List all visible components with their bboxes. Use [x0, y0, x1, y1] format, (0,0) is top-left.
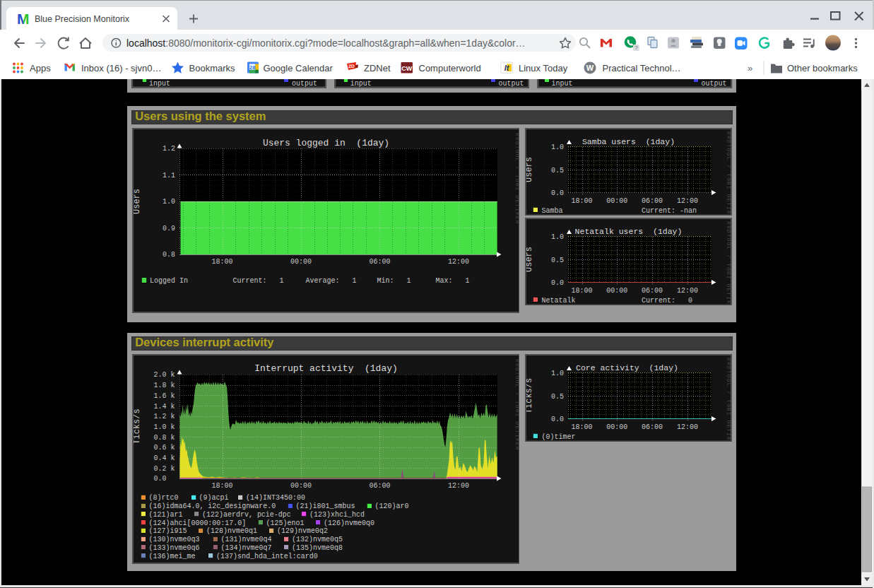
svg-text:Ticks/s: Ticks/s	[526, 378, 534, 413]
svg-text:Practical Technol…: Practical Technol…	[603, 63, 681, 74]
svg-text:Users: Users	[526, 157, 534, 182]
svg-text:RRDTOOL / TOBI OETIKER: RRDTOOL / TOBI OETIKER	[514, 359, 519, 451]
svg-text:(129)nvme0q2: (129)nvme0q2	[277, 527, 328, 535]
svg-text:12:00: 12:00	[448, 258, 469, 266]
svg-text:18:00: 18:00	[572, 197, 593, 205]
svg-text:(121)ar1: (121)ar1	[148, 511, 182, 519]
svg-text:RRDTOOL / TOBI OETIKER: RRDTOOL / TOBI OETIKER	[726, 358, 731, 441]
svg-text:Min: 1: Min: 1	[377, 277, 411, 285]
svg-text:(9)acpi: (9)acpi	[199, 494, 228, 502]
svg-text:(135)nvme0q8: (135)nvme0q8	[292, 544, 343, 552]
svg-text:00:00: 00:00	[290, 258, 312, 266]
svg-text:Other bookmarks: Other bookmarks	[787, 63, 858, 74]
svg-text:Users: Users	[134, 189, 143, 214]
svg-text:»: »	[748, 63, 752, 74]
svg-text:input: input	[149, 80, 170, 88]
svg-text:(133)nvme0q6: (133)nvme0q6	[148, 544, 199, 552]
svg-text:0.2 k: 0.2 k	[153, 465, 175, 473]
svg-text:CW: CW	[401, 65, 412, 72]
svg-text:00:00: 00:00	[606, 423, 627, 431]
svg-text:1.8 k: 1.8 k	[153, 382, 175, 389]
svg-text:RRDTOOL / TOBI OETIKER: RRDTOOL / TOBI OETIKER	[514, 133, 519, 225]
svg-text:06:00: 06:00	[642, 287, 663, 295]
svg-text:06:00: 06:00	[642, 197, 663, 205]
svg-text:Inbox (16) - sjvn0…: Inbox (16) - sjvn0…	[81, 63, 161, 74]
svg-text:0.5: 0.5	[551, 167, 564, 175]
svg-text:(122)aerdrv, pcie-dpc: (122)aerdrv, pcie-dpc	[202, 511, 291, 519]
svg-text:0.0: 0.0	[153, 475, 166, 483]
svg-text:1.0: 1.0	[551, 233, 564, 241]
svg-text:(134)nvme0q7: (134)nvme0q7	[220, 544, 271, 552]
svg-text:12:00: 12:00	[677, 423, 698, 431]
svg-text:localhost:8080/monitorix-cgi/m: localhost:8080/monitorix-cgi/monitorix.c…	[126, 37, 526, 49]
svg-text:(132)nvme0q5: (132)nvme0q5	[292, 536, 343, 543]
svg-text:Netatalk users (1day): Netatalk users (1day)	[575, 227, 683, 236]
svg-text:1.0: 1.0	[551, 143, 564, 151]
svg-text:M: M	[17, 11, 30, 27]
svg-text:0.8 k: 0.8 k	[153, 434, 175, 442]
svg-text:(136)mei_me: (136)mei_me	[148, 553, 195, 560]
svg-text:Computerworld: Computerworld	[419, 63, 481, 74]
svg-text:0.0: 0.0	[551, 189, 564, 197]
svg-text:Interrupt activity (1day): Interrupt activity (1day)	[254, 363, 398, 374]
svg-text:1.0 k: 1.0 k	[153, 423, 175, 431]
svg-text:Blue Precision Monitorix: Blue Precision Monitorix	[35, 14, 130, 24]
svg-text:Samba users (1day): Samba users (1day)	[582, 137, 675, 146]
svg-text:(128)nvme0q1: (128)nvme0q1	[206, 527, 257, 535]
svg-text:0.5: 0.5	[551, 257, 564, 264]
svg-text:(14)INT3450:00: (14)INT3450:00	[246, 494, 305, 502]
svg-text:0.6 k: 0.6 k	[153, 444, 175, 452]
svg-text:12:00: 12:00	[677, 287, 698, 295]
svg-text:output: output	[499, 80, 524, 88]
svg-text:Current: 0: Current: 0	[642, 297, 692, 305]
svg-text:0.0: 0.0	[551, 416, 564, 423]
svg-text:06:00: 06:00	[369, 482, 390, 490]
svg-text:06:00: 06:00	[642, 423, 663, 431]
svg-text:(0)timer: (0)timer	[542, 433, 576, 441]
svg-text:0.9: 0.9	[163, 225, 175, 233]
svg-text:Max: 1: Max: 1	[435, 277, 469, 285]
svg-text:Average: 1: Average: 1	[305, 277, 356, 285]
svg-text:1.2 k: 1.2 k	[153, 413, 175, 421]
svg-text:00:00: 00:00	[606, 287, 627, 295]
svg-text:Ticks/s: Ticks/s	[134, 408, 143, 444]
svg-text:Current: -nan: Current: -nan	[642, 207, 697, 215]
svg-text:Bookmarks: Bookmarks	[189, 63, 236, 74]
svg-text:(21)i801_smbus: (21)i801_smbus	[295, 502, 355, 510]
svg-text:Linux Today: Linux Today	[519, 63, 568, 74]
svg-text:(126)nvme0q0: (126)nvme0q0	[324, 519, 374, 527]
svg-text:Users logged in (1day): Users logged in (1day)	[262, 138, 389, 148]
svg-text:Netatalk: Netatalk	[542, 297, 576, 305]
svg-text:Apps: Apps	[30, 63, 51, 74]
svg-text:ZDNet: ZDNet	[364, 63, 391, 74]
svg-text:Logged In: Logged In	[150, 277, 188, 285]
svg-text:Current: 1: Current: 1	[232, 277, 283, 285]
svg-text:Samba: Samba	[542, 207, 563, 215]
svg-text:RRDTOOL / TOBI OETIKER: RRDTOOL / TOBI OETIKER	[726, 221, 731, 305]
svg-text:W: W	[586, 64, 594, 72]
svg-text:12:00: 12:00	[448, 482, 469, 490]
svg-text:input: input	[350, 80, 372, 88]
svg-text:1.0: 1.0	[163, 198, 175, 206]
svg-text:output: output	[702, 80, 727, 88]
svg-text:18:00: 18:00	[572, 423, 593, 431]
svg-text:0.4 k: 0.4 k	[153, 454, 175, 462]
svg-text:(123)xhci_hcd: (123)xhci_hcd	[309, 511, 365, 519]
svg-text:ZD: ZD	[348, 64, 355, 69]
svg-text:Users: Users	[526, 247, 534, 272]
svg-text:?: ?	[634, 45, 637, 51]
svg-text:1.1: 1.1	[163, 172, 175, 180]
svg-text:1.0: 1.0	[551, 370, 564, 377]
svg-text:RRDTOOL / TOBI OETIKER: RRDTOOL / TOBI OETIKER	[726, 131, 731, 215]
svg-text:12:00: 12:00	[677, 197, 698, 205]
svg-text:0.5: 0.5	[551, 393, 564, 401]
svg-text:06:00: 06:00	[369, 258, 390, 266]
svg-text:0.8: 0.8	[163, 251, 175, 259]
svg-text:(137)snd_hda_intel:card0: (137)snd_hda_intel:card0	[216, 553, 318, 560]
svg-text:1.2: 1.2	[163, 145, 175, 153]
svg-text:input: input	[552, 80, 573, 88]
svg-text:(131)nvme0q4: (131)nvme0q4	[220, 536, 271, 543]
svg-text:28: 28	[249, 64, 255, 71]
svg-text:1.6 k: 1.6 k	[153, 392, 175, 400]
svg-text:(16)idma64.0, i2c_designware.0: (16)idma64.0, i2c_designware.0	[148, 502, 276, 510]
